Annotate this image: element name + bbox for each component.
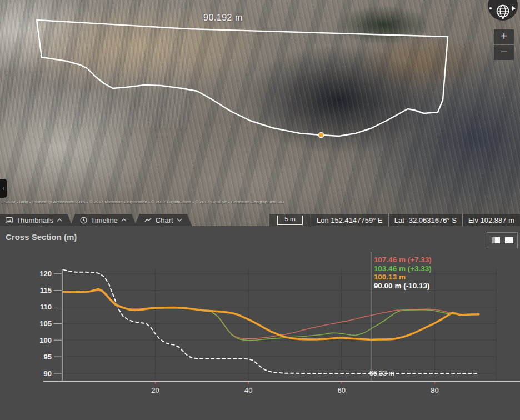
measurement-vertex-marker[interactable] [319, 133, 324, 138]
cross-section-panel: Cross Section (m) 9095100105110115120204… [0, 226, 520, 420]
cursor-readout-2: 100.13 m [374, 273, 406, 281]
dock-bottom-button[interactable] [505, 237, 513, 243]
thumbnails-icon [6, 217, 13, 223]
cursor-readout-0: 107.46 m (+7.33) [374, 256, 432, 264]
tab-thumbnails[interactable]: Thumbnails [0, 214, 72, 226]
map-3d-view[interactable]: 90.192 m ESIUM • Bing • Probes @ Aerobot… [0, 0, 520, 226]
cursor-position-label: 66.33 m [369, 369, 394, 377]
y-tick-label: 110 [40, 303, 52, 311]
x-tick-label: 80 [431, 386, 438, 394]
x-tick-label: 40 [244, 386, 252, 394]
scale-bar: 5 m [277, 216, 302, 225]
status-readout-bar: 5 m Lon 152.4147759° E Lat -32.0631676° … [269, 214, 520, 226]
compass-west-dot [489, 7, 492, 9]
elevation-readout: Elv 102.887 m [462, 214, 520, 226]
series-line-1 [64, 290, 479, 341]
compass-south-dot [502, 17, 504, 19]
chevron-up-icon [57, 218, 62, 222]
tab-label: Chart [156, 216, 173, 224]
y-tick-label: 120 [39, 269, 52, 278]
latitude-readout: Lat -32.0631676° S [388, 214, 462, 226]
longitude-readout: Lon 152.4147759° E [311, 214, 388, 226]
panel-title: Cross Section (m) [6, 232, 77, 242]
x-tick-label: 20 [151, 386, 159, 394]
dock-bottom-icon [505, 237, 513, 243]
zoom-out-button[interactable]: − [494, 45, 514, 60]
series-line-0 [64, 289, 479, 339]
cursor-readout-1: 103.46 m (+3.33) [374, 264, 432, 273]
x-tick-label: 60 [338, 386, 346, 394]
plus-icon: + [501, 30, 507, 42]
y-tick-label: 90 [44, 369, 52, 378]
y-tick-label: 115 [40, 286, 52, 294]
measurement-length-label: 90.192 m [203, 13, 243, 23]
zoom-in-button[interactable]: + [494, 29, 514, 44]
chevron-down-icon [177, 218, 182, 222]
chevron-left-icon: ‹ [3, 184, 5, 192]
minus-icon: − [501, 46, 507, 58]
zoom-controls: + − [494, 29, 514, 60]
measurement-overlay [0, 0, 520, 226]
dock-left-button[interactable] [492, 237, 500, 243]
bottom-tab-bar: Thumbnails Timeline Chart [0, 214, 192, 226]
sidebar-collapse-handle[interactable]: ‹ [0, 179, 7, 198]
map-attribution: ESIUM • Bing • Probes @ Aerobotics 2015 … [1, 199, 284, 204]
y-tick-label: 100 [39, 336, 52, 344]
chart-line-icon [144, 217, 152, 223]
tab-timeline[interactable]: Timeline [70, 214, 137, 226]
cross-section-chart[interactable]: 909510010511011512020406080107.46 m (+7.… [0, 244, 520, 400]
tab-label: Timeline [91, 216, 118, 224]
tab-chart[interactable]: Chart [134, 214, 192, 226]
y-tick-label: 105 [39, 319, 52, 328]
app-window: 90.192 m ESIUM • Bing • Probes @ Aerobot… [0, 0, 520, 420]
clock-icon [80, 217, 87, 224]
tab-label: Thumbnails [16, 216, 53, 224]
dock-left-icon [492, 237, 500, 243]
map-scale-indicator: 5 m [269, 214, 311, 226]
compass-east-arrow-icon [512, 6, 516, 11]
chevron-up-icon [121, 218, 127, 222]
y-tick-label: 95 [44, 353, 52, 361]
cursor-readout-3: 90.00 m (-10.13) [374, 282, 430, 290]
measurement-polygon[interactable] [37, 20, 448, 136]
